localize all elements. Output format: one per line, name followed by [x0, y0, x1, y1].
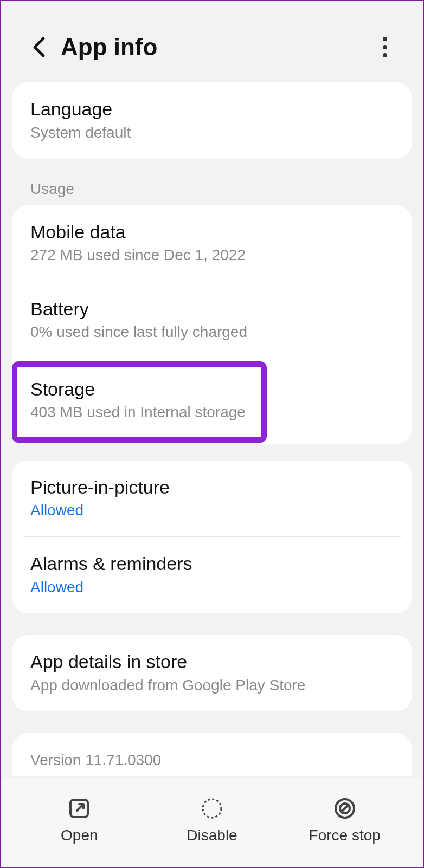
svg-point-1	[383, 45, 387, 49]
alarms-sub: Allowed	[30, 578, 394, 597]
usage-card: Mobile data 272 MB used since Dec 1, 202…	[12, 205, 412, 444]
open-button[interactable]: Open	[13, 795, 146, 844]
svg-point-2	[383, 53, 387, 57]
battery-title: Battery	[30, 297, 394, 321]
back-button[interactable]	[28, 36, 50, 58]
svg-point-0	[383, 37, 387, 41]
language-sub: System default	[30, 123, 394, 142]
alarms-title: Alarms & reminders	[30, 552, 394, 575]
permissions-card: Picture-in-picture Allowed Alarms & remi…	[12, 461, 412, 614]
open-icon	[66, 795, 92, 821]
store-title: App details in store	[30, 650, 394, 673]
chevron-left-icon	[31, 36, 47, 58]
force-stop-icon	[332, 795, 358, 821]
storage-title: Storage	[30, 378, 394, 401]
header: App info	[1, 1, 423, 82]
battery-sub: 0% used since last fully charged	[30, 322, 394, 342]
bottom-action-bar: Open Disable Force stop	[2, 778, 422, 867]
svg-point-4	[203, 799, 221, 818]
storage-item[interactable]: Storage 403 MB used in Internal storage	[12, 359, 412, 442]
force-stop-button[interactable]: Force stop	[278, 795, 411, 844]
more-options-button[interactable]	[374, 36, 396, 58]
more-vertical-icon	[382, 36, 388, 58]
pip-sub: Allowed	[30, 501, 394, 520]
language-item[interactable]: Language System default	[12, 82, 412, 159]
open-label: Open	[61, 827, 98, 844]
store-card: App details in store App downloaded from…	[12, 635, 412, 711]
usage-section-label: Usage	[1, 170, 423, 205]
pip-item[interactable]: Picture-in-picture Allowed	[12, 461, 412, 537]
storage-sub: 403 MB used in Internal storage	[30, 403, 394, 422]
force-stop-label: Force stop	[309, 827, 381, 844]
page-title: App info	[61, 34, 374, 61]
mobile-data-title: Mobile data	[30, 221, 394, 244]
store-sub: App downloaded from Google Play Store	[30, 676, 394, 695]
language-title: Language	[30, 98, 394, 121]
battery-item[interactable]: Battery 0% used since last fully charged	[12, 282, 412, 359]
alarms-item[interactable]: Alarms & reminders Allowed	[12, 537, 412, 613]
mobile-data-sub: 272 MB used since Dec 1, 2022	[30, 245, 394, 265]
mobile-data-item[interactable]: Mobile data 272 MB used since Dec 1, 202…	[12, 205, 412, 282]
version-text: Version 11.71.0300	[30, 750, 394, 770]
disable-label: Disable	[187, 827, 237, 844]
language-card: Language System default	[12, 82, 412, 159]
disable-icon	[199, 795, 225, 821]
pip-title: Picture-in-picture	[30, 476, 394, 499]
disable-button[interactable]: Disable	[146, 795, 279, 844]
store-item[interactable]: App details in store App downloaded from…	[12, 635, 412, 711]
version-card: Version 11.71.0300	[12, 733, 412, 775]
